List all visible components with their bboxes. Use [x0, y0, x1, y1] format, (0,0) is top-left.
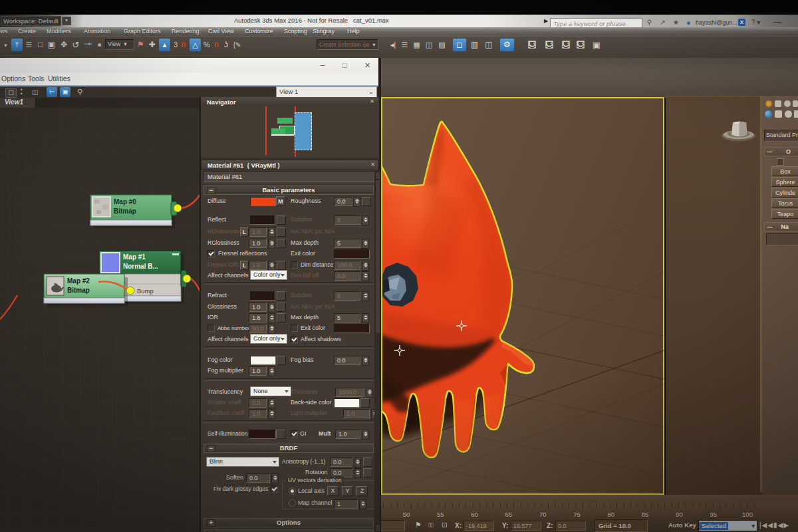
- svg-text:Normal B...: Normal B...: [123, 263, 158, 270]
- svg-text:Map #1: Map #1: [123, 253, 146, 261]
- svg-text:Map #2: Map #2: [67, 277, 90, 285]
- svg-text:Bump: Bump: [137, 287, 154, 295]
- svg-text:Bitmap: Bitmap: [67, 287, 90, 294]
- svg-text:Bitmap: Bitmap: [114, 207, 136, 215]
- svg-text:Map #0: Map #0: [114, 198, 136, 205]
